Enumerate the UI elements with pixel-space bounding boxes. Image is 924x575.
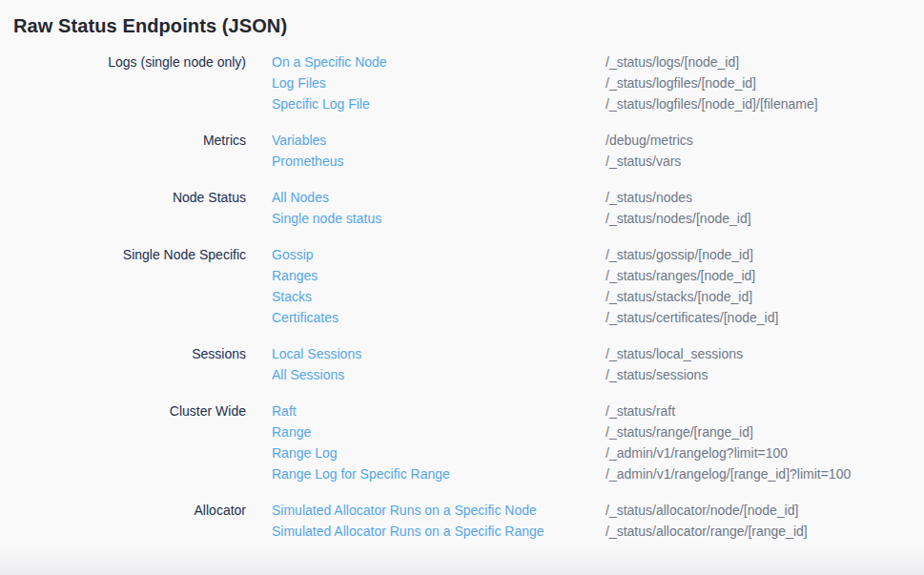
endpoint-group: Node StatusAll Nodes/_status/nodesSingle…: [0, 187, 924, 229]
endpoint-group: Single Node SpecificGossip/_status/gossi…: [0, 244, 924, 328]
endpoint-row: Certificates/_status/certificates/[node_…: [246, 307, 924, 328]
endpoint-row: Simulated Allocator Runs on a Specific R…: [246, 521, 924, 542]
endpoint-link[interactable]: All Nodes: [246, 187, 606, 208]
endpoint-row: Prometheus/_status/vars: [246, 151, 924, 172]
group-label: Logs (single node only): [0, 51, 246, 114]
group-rows: Gossip/_status/gossip/[node_id]Ranges/_s…: [246, 244, 924, 328]
debug-page: Raw Status Endpoints (JSON) Logs (single…: [0, 0, 924, 575]
endpoint-link[interactable]: Simulated Allocator Runs on a Specific R…: [246, 521, 606, 542]
endpoint-path: /_status/logs/[node_id]: [606, 51, 924, 72]
endpoint-row: Ranges/_status/ranges/[node_id]: [246, 265, 924, 286]
endpoint-link[interactable]: Range Log: [246, 442, 606, 463]
endpoint-link[interactable]: Simulated Allocator Runs on a Specific N…: [246, 500, 606, 521]
endpoint-path: /_status/ranges/[node_id]: [606, 265, 924, 286]
endpoint-link[interactable]: Gossip: [246, 244, 606, 265]
group-label: Metrics: [0, 130, 246, 172]
endpoint-path: /_status/allocator/node/[node_id]: [606, 500, 924, 521]
endpoint-path: /_status/logfiles/[node_id]: [606, 72, 924, 93]
endpoint-path: /_status/stacks/[node_id]: [606, 286, 924, 307]
group-label: Single Node Specific: [0, 244, 246, 328]
endpoint-row: Variables/debug/metrics: [246, 130, 924, 151]
group-label: Node Status: [0, 187, 246, 229]
endpoint-path: /_status/range/[range_id]: [606, 421, 924, 442]
endpoint-row: Raft/_status/raft: [246, 400, 924, 421]
endpoint-path: /_status/vars: [606, 151, 924, 172]
endpoint-row: Range Log for Specific Range/_admin/v1/r…: [246, 463, 924, 484]
endpoint-link[interactable]: Log Files: [246, 72, 606, 93]
endpoint-group: Cluster WideRaft/_status/raftRange/_stat…: [0, 400, 924, 484]
endpoint-link[interactable]: Range Log for Specific Range: [246, 463, 606, 484]
endpoint-link[interactable]: Ranges: [246, 265, 606, 286]
endpoints-table: Logs (single node only)On a Specific Nod…: [0, 51, 924, 542]
endpoint-row: Single node status/_status/nodes/[node_i…: [246, 208, 924, 229]
group-rows: Local Sessions/_status/local_sessionsAll…: [246, 343, 924, 385]
endpoint-path: /debug/metrics: [606, 130, 924, 151]
group-label: Sessions: [0, 343, 246, 385]
endpoint-path: /_status/nodes/[node_id]: [606, 208, 924, 229]
endpoint-path: /_status/logfiles/[node_id]/[filename]: [606, 93, 924, 114]
endpoint-path: /_status/allocator/range/[range_id]: [606, 521, 924, 542]
endpoint-link[interactable]: Certificates: [246, 307, 606, 328]
endpoint-path: /_status/nodes: [606, 187, 924, 208]
endpoint-path: /_admin/v1/rangelog/[range_id]?limit=100: [606, 463, 924, 484]
page-title: Raw Status Endpoints (JSON): [0, 0, 924, 39]
endpoint-row: Range Log/_admin/v1/rangelog?limit=100: [246, 442, 924, 463]
endpoint-group: Logs (single node only)On a Specific Nod…: [0, 51, 924, 114]
endpoint-row: On a Specific Node/_status/logs/[node_id…: [246, 51, 924, 72]
endpoint-group: SessionsLocal Sessions/_status/local_ses…: [0, 343, 924, 385]
endpoint-path: /_status/raft: [606, 400, 924, 421]
endpoint-group: MetricsVariables/debug/metricsPrometheus…: [0, 130, 924, 172]
endpoint-row: Local Sessions/_status/local_sessions: [246, 343, 924, 364]
endpoint-link[interactable]: Specific Log File: [246, 93, 606, 114]
endpoint-path: /_admin/v1/rangelog?limit=100: [606, 442, 924, 463]
endpoint-row: All Nodes/_status/nodes: [246, 187, 924, 208]
endpoint-path: /_status/sessions: [606, 364, 924, 385]
endpoint-row: Specific Log File/_status/logfiles/[node…: [246, 93, 924, 114]
endpoint-link[interactable]: Variables: [246, 130, 606, 151]
endpoint-row: Range/_status/range/[range_id]: [246, 421, 924, 442]
endpoint-link[interactable]: Stacks: [246, 286, 606, 307]
endpoint-row: Simulated Allocator Runs on a Specific N…: [246, 500, 924, 521]
group-label: Cluster Wide: [0, 400, 246, 484]
group-rows: On a Specific Node/_status/logs/[node_id…: [246, 51, 924, 114]
endpoint-link[interactable]: Single node status: [246, 208, 606, 229]
endpoint-link[interactable]: On a Specific Node: [246, 51, 606, 72]
endpoint-path: /_status/gossip/[node_id]: [606, 244, 924, 265]
group-rows: Raft/_status/raftRange/_status/range/[ra…: [246, 400, 924, 484]
endpoint-path: /_status/certificates/[node_id]: [606, 307, 924, 328]
endpoint-link[interactable]: Local Sessions: [246, 343, 606, 364]
endpoint-row: All Sessions/_status/sessions: [246, 364, 924, 385]
endpoint-link[interactable]: Prometheus: [246, 151, 606, 172]
endpoint-link[interactable]: Range: [246, 421, 606, 442]
endpoint-row: Gossip/_status/gossip/[node_id]: [246, 244, 924, 265]
group-rows: Simulated Allocator Runs on a Specific N…: [246, 500, 924, 542]
group-label: Allocator: [0, 500, 246, 542]
endpoint-path: /_status/local_sessions: [606, 343, 924, 364]
footer-gradient: [0, 546, 924, 575]
group-rows: Variables/debug/metricsPrometheus/_statu…: [246, 130, 924, 172]
group-rows: All Nodes/_status/nodesSingle node statu…: [246, 187, 924, 229]
endpoint-row: Stacks/_status/stacks/[node_id]: [246, 286, 924, 307]
endpoint-group: AllocatorSimulated Allocator Runs on a S…: [0, 500, 924, 542]
endpoint-link[interactable]: All Sessions: [246, 364, 606, 385]
endpoint-link[interactable]: Raft: [246, 400, 606, 421]
endpoint-row: Log Files/_status/logfiles/[node_id]: [246, 72, 924, 93]
